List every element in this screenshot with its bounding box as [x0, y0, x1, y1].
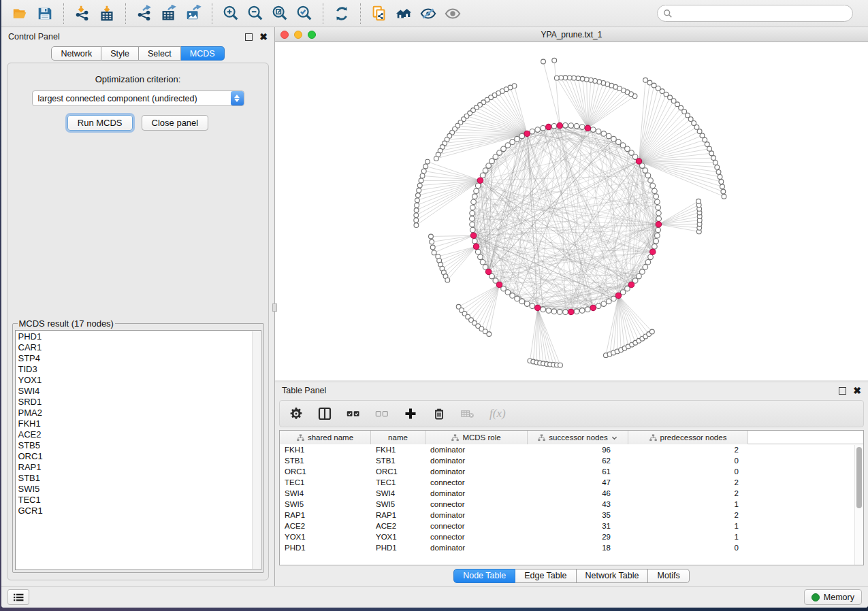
table-cell[interactable]: SWI4 — [280, 488, 371, 499]
graph-node[interactable] — [654, 194, 659, 199]
graph-node[interactable] — [519, 299, 525, 304]
graph-leaf-node[interactable] — [425, 159, 430, 164]
table-cell[interactable]: SWI5 — [371, 499, 425, 510]
graph-node[interactable] — [541, 307, 546, 312]
graph-hub-node-selected[interactable] — [585, 125, 590, 131]
result-list-item[interactable]: TEC1 — [18, 495, 261, 506]
graph-leaf-node[interactable] — [430, 245, 435, 250]
graph-node[interactable] — [616, 139, 622, 145]
table-cell[interactable]: 46 — [528, 488, 628, 499]
graph-node[interactable] — [655, 233, 660, 238]
table-cell[interactable]: connector — [425, 477, 528, 488]
result-list-item[interactable]: SRD1 — [18, 397, 261, 408]
close-table-panel-icon[interactable]: ✖ — [853, 386, 861, 395]
column-header-predecessor-nodes[interactable]: predecessor nodes — [628, 431, 748, 444]
graph-node[interactable] — [501, 146, 507, 152]
graph-node[interactable] — [535, 127, 541, 133]
graph-node[interactable] — [510, 139, 515, 145]
column-header-mcds-role[interactable]: MCDS role — [425, 431, 528, 444]
table-cell[interactable]: RAP1 — [371, 510, 425, 521]
table-cell[interactable]: 43 — [528, 499, 628, 510]
graph-leaf-node[interactable] — [417, 183, 422, 188]
table-cell[interactable]: SWI5 — [280, 499, 371, 510]
table-tab-edge-table[interactable]: Edge Table — [515, 569, 576, 583]
add-column-button[interactable] — [404, 404, 417, 423]
result-list-item[interactable]: ACE2 — [18, 429, 261, 440]
graph-leaf-node[interactable] — [688, 117, 693, 122]
graph-node[interactable] — [515, 136, 520, 142]
graph-leaf-node[interactable] — [703, 137, 707, 142]
graph-leaf-node[interactable] — [715, 165, 720, 169]
result-list-item[interactable]: RAP1 — [18, 462, 261, 473]
graph-node[interactable] — [510, 293, 515, 299]
graph-node[interactable] — [557, 310, 562, 315]
delete-column-button[interactable] — [432, 404, 446, 423]
task-history-button[interactable] — [7, 589, 29, 605]
table-cell[interactable]: 0 — [628, 542, 748, 553]
graph-hub-node-selected[interactable] — [557, 122, 562, 128]
graph-leaf-node[interactable] — [711, 156, 716, 161]
show-all-button[interactable] — [440, 2, 465, 25]
graph-leaf-node[interactable] — [682, 109, 687, 114]
settings-gear-button[interactable] — [289, 404, 303, 423]
graph-leaf-node[interactable] — [416, 193, 421, 198]
table-row[interactable]: ACE2ACE2connector311 — [280, 521, 863, 531]
table-cell[interactable]: 2 — [628, 444, 748, 455]
result-list-item[interactable]: FKH1 — [18, 418, 261, 429]
graph-node[interactable] — [596, 303, 601, 309]
graph-leaf-node[interactable] — [719, 180, 724, 184]
table-row[interactable]: SWI5SWI5connector431 — [280, 499, 863, 510]
table-tab-network-table[interactable]: Network Table — [577, 569, 649, 583]
result-list-item[interactable]: CAR1 — [18, 342, 261, 353]
graph-node[interactable] — [640, 269, 645, 275]
graph-leaf-node[interactable] — [664, 92, 669, 97]
result-list-item[interactable]: SWI5 — [18, 484, 261, 495]
graph-leaf-node[interactable] — [415, 198, 420, 203]
graph-leaf-node[interactable] — [713, 161, 718, 165]
graph-leaf-node[interactable] — [668, 95, 673, 100]
run-mcds-button[interactable]: Run MCDS — [67, 115, 133, 131]
graph-node[interactable] — [474, 188, 479, 194]
graph-hub-node-selected[interactable] — [615, 293, 621, 298]
graph-node[interactable] — [530, 303, 535, 309]
clear-table-button[interactable] — [461, 404, 475, 423]
hide-selected-button[interactable] — [416, 2, 440, 25]
table-row[interactable]: RAP1RAP1dominator352 — [280, 510, 863, 521]
graph-leaf-node[interactable] — [660, 89, 664, 94]
zoom-out-button[interactable] — [243, 2, 268, 25]
graph-node[interactable] — [483, 168, 488, 174]
graph-node[interactable] — [656, 205, 661, 210]
graph-leaf-node[interactable] — [434, 156, 438, 161]
graph-leaf-node[interactable] — [419, 178, 423, 183]
graph-node[interactable] — [515, 296, 520, 301]
table-cell[interactable]: 2 — [628, 477, 748, 488]
graph-node[interactable] — [472, 194, 478, 199]
graph-hub-node-selected[interactable] — [534, 305, 540, 310]
network-graph[interactable] — [275, 42, 868, 380]
table-cell[interactable]: 18 — [528, 542, 628, 553]
graph-leaf-node[interactable] — [649, 329, 654, 334]
table-cell[interactable]: 1 — [628, 499, 748, 510]
graph-leaf-node[interactable] — [445, 278, 450, 282]
table-cell[interactable]: 47 — [528, 477, 628, 488]
graph-leaf-node[interactable] — [720, 184, 725, 189]
table-cell[interactable]: FKH1 — [371, 444, 425, 455]
table-cell[interactable]: PHD1 — [280, 542, 371, 553]
graph-node[interactable] — [652, 244, 658, 250]
graph-node[interactable] — [568, 123, 574, 129]
graph-leaf-node[interactable] — [671, 99, 676, 103]
graph-leaf-node[interactable] — [430, 240, 434, 244]
graph-leaf-node[interactable] — [558, 363, 563, 367]
table-cell[interactable]: ACE2 — [371, 521, 425, 531]
zoom-in-button[interactable] — [219, 2, 243, 25]
graph-leaf-node[interactable] — [675, 102, 680, 107]
table-row[interactable]: SWI4SWI4dominator462 — [280, 488, 863, 499]
graph-node[interactable] — [475, 183, 481, 188]
export-network-button[interactable] — [132, 2, 157, 25]
graph-leaf-node[interactable] — [716, 169, 721, 174]
tab-mcds[interactable]: MCDS — [181, 46, 225, 61]
table-tab-motifs[interactable]: Motifs — [648, 569, 689, 583]
optimization-select[interactable]: largest connected component (undirected) — [32, 90, 244, 106]
result-list-item[interactable]: GCR1 — [18, 506, 261, 516]
table-cell[interactable]: 62 — [528, 455, 628, 466]
